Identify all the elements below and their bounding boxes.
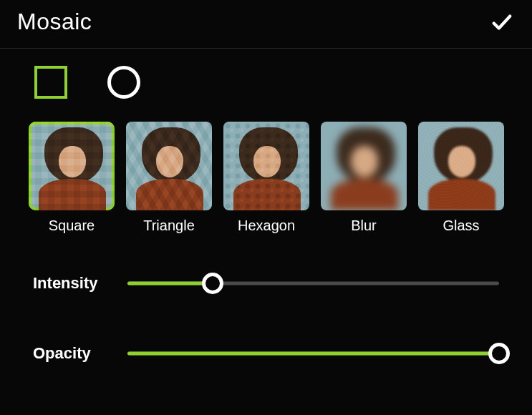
slider-fill (127, 282, 213, 285)
header: Mosaic (0, 0, 532, 49)
slider-knob[interactable] (202, 273, 223, 294)
opacity-label: Opacity (33, 344, 127, 363)
confirm-button[interactable] (489, 9, 515, 35)
effects-row: Square Triangle Hexagon Blur Glass (0, 122, 532, 234)
circle-icon (107, 66, 140, 99)
sliders-section: Intensity Opacity (0, 234, 532, 364)
check-icon (490, 10, 514, 34)
slider-knob[interactable] (488, 343, 510, 364)
opacity-slider[interactable] (127, 343, 499, 364)
brush-shape-row (0, 49, 532, 122)
page-title: Mosaic (17, 9, 92, 35)
effect-label: Blur (351, 218, 377, 234)
effect-thumb (29, 122, 115, 210)
intensity-slider[interactable] (127, 273, 499, 294)
intensity-row: Intensity (33, 273, 499, 294)
effect-thumb (321, 122, 407, 210)
effect-thumb (126, 122, 212, 210)
effect-label: Hexagon (238, 218, 295, 234)
brush-shape-circle[interactable] (105, 63, 143, 102)
brush-shape-square[interactable] (32, 63, 70, 102)
effect-blur[interactable]: Blur (321, 122, 407, 234)
effect-label: Square (49, 218, 95, 234)
square-icon (34, 66, 67, 99)
opacity-row: Opacity (33, 343, 499, 364)
effect-label: Triangle (143, 218, 195, 234)
effect-thumb (418, 122, 504, 210)
effect-hexagon[interactable]: Hexagon (223, 122, 309, 234)
effect-thumb (223, 122, 309, 210)
intensity-label: Intensity (33, 274, 127, 293)
effect-square[interactable]: Square (29, 122, 115, 234)
effect-triangle[interactable]: Triangle (126, 122, 212, 234)
slider-fill (127, 352, 499, 356)
effect-label: Glass (442, 218, 479, 234)
effect-glass[interactable]: Glass (418, 122, 504, 234)
